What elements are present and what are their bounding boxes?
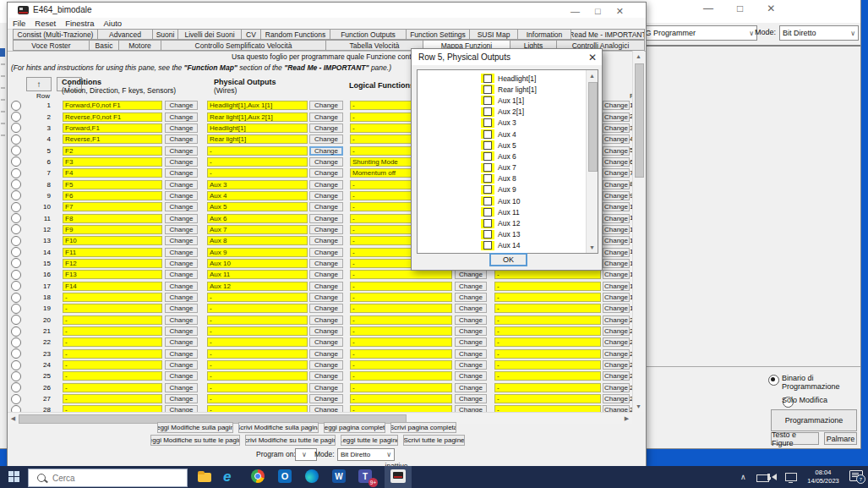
change-button[interactable]: Change bbox=[455, 282, 487, 291]
maximize-icon[interactable]: □ bbox=[737, 3, 743, 14]
row-select-radio[interactable] bbox=[11, 348, 21, 359]
output-checkbox[interactable] bbox=[483, 197, 492, 206]
minimize-icon[interactable]: — bbox=[703, 3, 713, 14]
row-select-radio[interactable] bbox=[11, 382, 21, 392]
vertical-scrollbar[interactable]: ▲ ▼ bbox=[632, 51, 644, 412]
tab-information[interactable]: Information bbox=[518, 29, 571, 40]
change-button[interactable]: Change bbox=[309, 112, 343, 122]
row-select-radio[interactable] bbox=[11, 123, 21, 133]
vertical-scrollbar-thumb[interactable] bbox=[635, 63, 644, 178]
word-icon[interactable]: W bbox=[332, 469, 347, 485]
speaker-icon[interactable] bbox=[772, 474, 777, 480]
row-select-radio[interactable] bbox=[11, 337, 21, 348]
output-checkbox[interactable] bbox=[483, 107, 492, 116]
change-button[interactable]: Change bbox=[309, 326, 343, 336]
edge-icon[interactable] bbox=[305, 469, 320, 485]
change-button[interactable]: Change bbox=[603, 180, 630, 189]
change-button[interactable]: Change bbox=[603, 191, 630, 200]
change-button[interactable]: Change bbox=[165, 202, 198, 211]
output-checkbox[interactable] bbox=[483, 141, 492, 150]
change-button[interactable]: Change bbox=[165, 270, 198, 279]
scroll-up-icon[interactable]: ▲ bbox=[633, 53, 644, 59]
teams-icon[interactable]: T 9+ bbox=[358, 469, 374, 485]
change-button[interactable]: Change bbox=[455, 349, 487, 359]
change-button[interactable]: Change bbox=[165, 146, 198, 156]
read-all-pages-button[interactable]: Leggi tutte le pagine bbox=[341, 435, 398, 446]
output-checkbox[interactable] bbox=[483, 241, 492, 249]
change-button[interactable]: Change bbox=[603, 360, 630, 370]
window-titlebar[interactable]: E464_bimodale — □ ✕ bbox=[8, 3, 646, 19]
change-button[interactable]: Change bbox=[165, 248, 198, 257]
change-button[interactable]: Change bbox=[165, 371, 198, 381]
tab-cv[interactable]: CV bbox=[242, 29, 261, 40]
change-button[interactable]: Change bbox=[165, 282, 198, 291]
change-button[interactable]: Change bbox=[165, 168, 198, 178]
change-button[interactable]: Change bbox=[165, 304, 198, 313]
chevron-up-icon[interactable]: ∧ bbox=[740, 473, 746, 481]
testo-e-figure-button[interactable]: Testo e Figure bbox=[771, 432, 819, 445]
row-select-radio[interactable] bbox=[11, 315, 21, 325]
change-button[interactable]: Change bbox=[309, 383, 343, 392]
minimize-icon[interactable]: — bbox=[570, 6, 580, 17]
change-button[interactable]: Change bbox=[603, 293, 630, 302]
chrome-icon[interactable] bbox=[251, 469, 266, 485]
change-button[interactable]: Change bbox=[165, 157, 198, 167]
menu-file[interactable]: File bbox=[13, 19, 25, 28]
dialog-titlebar[interactable]: Row 5, Physical Outputs ✕ bbox=[412, 49, 602, 65]
change-button[interactable]: Change bbox=[309, 123, 343, 133]
row-select-radio[interactable] bbox=[11, 168, 21, 178]
scroll-down-icon[interactable]: ▼ bbox=[587, 244, 598, 250]
change-button[interactable]: Change bbox=[603, 101, 630, 110]
row-select-radio[interactable] bbox=[11, 101, 21, 111]
dialog-scrollbar-thumb[interactable] bbox=[588, 82, 598, 172]
program-track-radio[interactable] bbox=[768, 375, 779, 386]
change-button[interactable]: Change bbox=[309, 202, 343, 211]
change-button[interactable]: Change bbox=[603, 236, 630, 245]
palmare-button[interactable]: Palmare bbox=[824, 432, 857, 445]
row-select-radio[interactable] bbox=[11, 236, 21, 246]
taskbar-search[interactable] bbox=[28, 469, 188, 487]
change-button[interactable]: Change bbox=[309, 180, 343, 189]
tab-livelli-dei-suoni[interactable]: Livelli dei Suoni bbox=[178, 29, 242, 40]
internet-explorer-icon[interactable]: e bbox=[223, 469, 238, 485]
maximize-icon[interactable]: □ bbox=[595, 6, 601, 17]
change-button[interactable]: Change bbox=[165, 101, 198, 110]
change-button[interactable]: Change bbox=[603, 383, 630, 392]
move-row-up-button[interactable]: ↑ bbox=[26, 77, 52, 91]
change-button[interactable]: Change bbox=[165, 337, 198, 347]
change-button[interactable]: Change bbox=[165, 383, 198, 392]
change-button[interactable]: Change bbox=[603, 394, 630, 403]
tab-advanced[interactable]: Advanced bbox=[98, 29, 153, 40]
change-button[interactable]: Change bbox=[455, 360, 487, 370]
change-button[interactable]: Change bbox=[603, 157, 630, 167]
change-button[interactable]: Change bbox=[309, 157, 343, 167]
row-select-radio[interactable] bbox=[11, 293, 21, 303]
tab-voce-roster[interactable]: Voce Roster bbox=[13, 40, 90, 51]
write-all-pages-button[interactable]: Scrivi tutte le pagine bbox=[403, 435, 465, 446]
tab-motore[interactable]: Motore bbox=[119, 40, 161, 51]
change-button[interactable]: Change bbox=[309, 282, 343, 291]
row-select-radio[interactable] bbox=[11, 326, 21, 337]
change-button[interactable]: Change bbox=[455, 304, 487, 313]
tab-consist-multi-trazione[interactable]: Consist (Multi-Trazione) bbox=[13, 29, 98, 40]
row-select-radio[interactable] bbox=[11, 394, 21, 404]
change-button[interactable]: Change bbox=[309, 349, 343, 359]
output-checkbox[interactable] bbox=[483, 163, 492, 172]
row-select-radio[interactable] bbox=[11, 112, 21, 122]
change-button[interactable]: Change bbox=[603, 146, 630, 156]
row-select-radio[interactable] bbox=[11, 247, 21, 257]
outlook-icon[interactable]: O bbox=[278, 469, 293, 485]
change-button[interactable]: Change bbox=[309, 248, 343, 257]
change-button[interactable]: Change bbox=[165, 214, 198, 223]
start-button-icon[interactable] bbox=[8, 471, 20, 483]
output-checkbox[interactable] bbox=[483, 219, 492, 228]
scroll-right-icon[interactable]: ▶ bbox=[314, 415, 647, 422]
close-icon[interactable]: ✕ bbox=[616, 6, 624, 17]
programmazione-button[interactable]: Programmazione bbox=[771, 409, 857, 431]
change-button[interactable]: Change bbox=[309, 337, 343, 347]
change-button[interactable]: Change bbox=[309, 214, 343, 223]
write-changes-page-button[interactable]: Scrivi Modifiche sulla pagina bbox=[238, 422, 319, 433]
change-button[interactable]: Change bbox=[165, 259, 198, 268]
row-select-radio[interactable] bbox=[11, 145, 21, 156]
change-button[interactable]: Change bbox=[455, 315, 487, 325]
